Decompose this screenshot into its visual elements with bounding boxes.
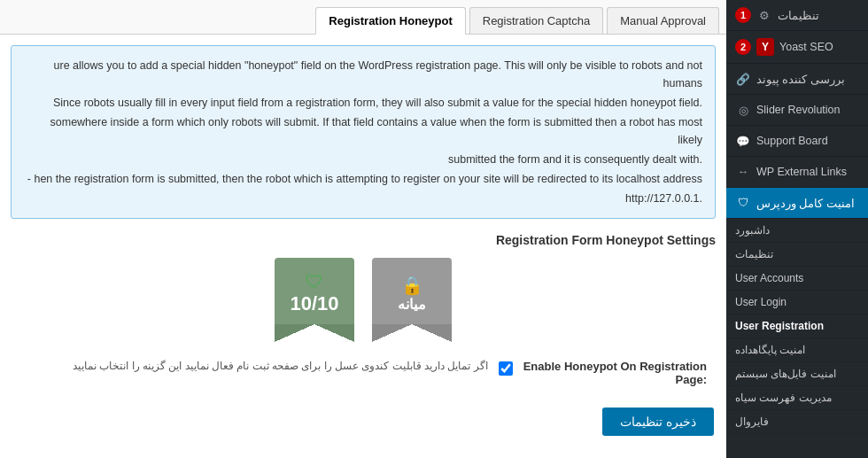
desc-line-5: hen the registration form is submitted, … — [24, 170, 702, 188]
desc-line-4: .submitted the form and it is consequent… — [24, 151, 702, 168]
field-label: Enable Honeypot On Registration :Page — [523, 360, 707, 386]
badge-gray-icon: 🔒 — [401, 275, 423, 296]
sidebar-sub-dashboard[interactable]: داشبورد — [726, 219, 868, 243]
db-security-label: امنیت پایگاهداده — [735, 344, 805, 356]
sidebar-sub-blacklist[interactable]: مدیریت فهرست سیاه — [726, 386, 868, 410]
sidebar-item-settings[interactable]: تنظیمات ⚙ 1 — [726, 0, 868, 31]
desc-line-6: .http://127.0.0.1 — [24, 190, 702, 207]
tab-honeypot[interactable]: Registration Honeypot — [315, 7, 465, 35]
file-security-label: امنیت فایل‌های سیستم — [735, 368, 836, 380]
settings-section: Registration Form Honeypot Settings 🛡 10… — [11, 229, 716, 393]
badge-green-body: 🛡 10/10 — [275, 258, 354, 324]
sidebar-sub-user-accounts[interactable]: User Accounts — [726, 267, 868, 291]
sidebar-sub-db-security[interactable]: امنیت پایگاهداده — [726, 338, 868, 362]
settings-badge: 1 — [735, 7, 751, 23]
badge-gray-label: میانه — [398, 296, 426, 313]
slider-icon: ◎ — [735, 102, 751, 118]
sidebar-item-yoast[interactable]: Yoast SEO Y 2 — [726, 31, 868, 64]
badge-gray-body: 🔒 میانه — [372, 258, 452, 324]
security-label: امنیت کامل وردپرس — [756, 197, 855, 210]
sidebar-item-external-links[interactable]: WP External Links ↔ — [726, 157, 868, 188]
save-row: ذخیره تنظیمات — [0, 393, 726, 436]
badges-row: 🛡 10/10 🔒 میانه — [11, 258, 716, 342]
desc-line-1: ure allows you to add a special hidden "… — [24, 57, 702, 92]
badge-green: 🛡 10/10 — [275, 258, 354, 342]
description-box: ure allows you to add a special hidden "… — [11, 45, 716, 219]
sidebar-item-security[interactable]: امنیت کامل وردپرس 🛡 — [726, 188, 868, 219]
yoast-badge: 2 — [735, 39, 751, 55]
sidebar-sub-tanzimate[interactable]: تنظیمات — [726, 243, 868, 267]
yoast-icon: Y — [756, 38, 774, 56]
sidebar-sub-user-registration[interactable]: User Registration — [726, 314, 868, 338]
slider-label: Slider Revolution — [756, 104, 841, 116]
sidebar-sub-file-security[interactable]: امنیت فایل‌های سیستم — [726, 362, 868, 386]
honeypot-checkbox[interactable] — [499, 361, 513, 376]
desc-line-2: .Since robots usually fill in every inpu… — [24, 94, 702, 112]
external-links-icon: ↔ — [735, 164, 751, 180]
external-links-label: WP External Links — [756, 166, 847, 178]
sidebar-sub-firewall[interactable]: فایروال — [726, 410, 868, 434]
user-login-label: User Login — [735, 296, 787, 308]
sidebar-sub-user-login[interactable]: User Login — [726, 291, 868, 314]
badge-gray-tail — [372, 324, 452, 342]
tab-approval[interactable]: Manual Approval — [607, 7, 719, 34]
field-description: اگر تمایل دارید قابلیت کندوی عسل را برای… — [19, 360, 488, 372]
user-registration-label: User Registration — [735, 320, 824, 332]
main-content: Registration Honeypot Registration Captc… — [0, 0, 726, 458]
link-checker-label: بررسی کننده پیوند — [756, 73, 845, 86]
blacklist-label: مدیریت فهرست سیاه — [735, 392, 832, 404]
badge-green-icon: 🛡 — [306, 272, 323, 292]
badge-gray: 🔒 میانه — [372, 258, 452, 342]
badge-green-score: 10/10 — [290, 292, 338, 315]
sidebar: تنظیمات ⚙ 1 Yoast SEO Y 2 بررسی کننده پی… — [726, 0, 868, 458]
user-accounts-label: User Accounts — [735, 272, 803, 284]
desc-line-3: somewhere inside a form which only robot… — [24, 113, 702, 149]
sidebar-item-link-checker[interactable]: بررسی کننده پیوند 🔗 — [726, 64, 868, 95]
tanzimate-label: تنظیمات — [735, 248, 773, 260]
form-row-honeypot: Enable Honeypot On Registration :Page اگ… — [11, 360, 716, 386]
settings-title: Registration Form Honeypot Settings — [11, 229, 716, 247]
support-label: Support Board — [756, 135, 828, 147]
sidebar-item-slider[interactable]: Slider Revolution ◎ — [726, 95, 868, 126]
security-icon: 🛡 — [735, 195, 751, 211]
badge-green-tail — [275, 324, 354, 342]
firewall-label: فایروال — [735, 415, 769, 428]
settings-label: تنظیمات — [778, 9, 819, 22]
yoast-label: Yoast SEO — [779, 41, 833, 53]
link-checker-icon: 🔗 — [735, 71, 751, 87]
sidebar-item-support[interactable]: Support Board 💬 — [726, 126, 868, 157]
tab-captcha[interactable]: Registration Captcha — [469, 7, 603, 34]
save-button[interactable]: ذخیره تنظیمات — [602, 408, 714, 436]
support-icon: 💬 — [735, 133, 751, 149]
tabs-bar: Registration Honeypot Registration Captc… — [0, 0, 726, 35]
dashboard-label: داشبورد — [735, 224, 770, 237]
settings-icon: ⚙ — [756, 7, 772, 23]
